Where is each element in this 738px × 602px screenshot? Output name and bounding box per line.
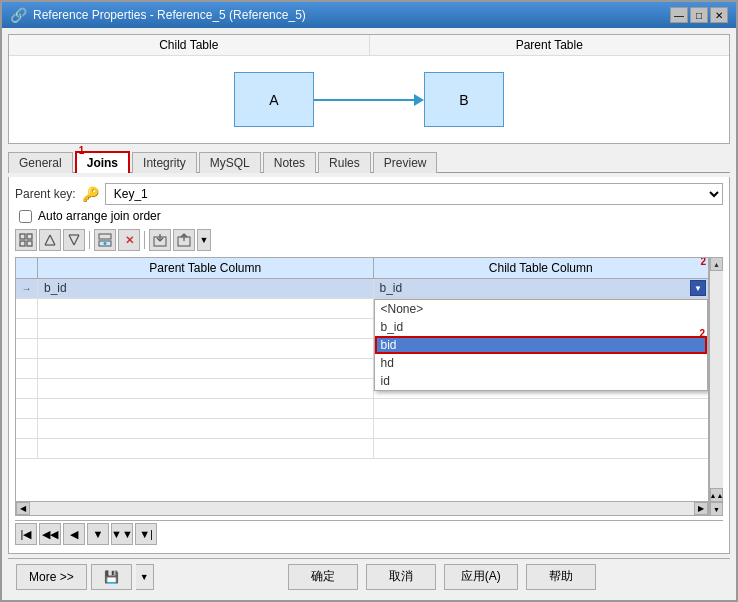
arrow-line <box>314 99 414 101</box>
toolbar-sep-1 <box>89 231 90 249</box>
parent-key-label: Parent key: <box>15 187 76 201</box>
footer: More >> 💾 ▼ 确定 取消 应用(A) 帮助 <box>8 558 730 594</box>
titlebar: 🔗 Reference Properties - Reference_5 (Re… <box>2 2 736 28</box>
row-arrow: → <box>16 279 38 298</box>
move-first-btn[interactable]: |◀ <box>15 523 37 545</box>
auto-arrange-checkbox[interactable] <box>19 210 32 223</box>
tab-general[interactable]: General <box>8 152 73 173</box>
save-icon: 💾 <box>104 570 119 584</box>
vscroll-down2-btn[interactable]: ▲▲ <box>710 488 723 502</box>
svg-rect-1 <box>27 234 32 239</box>
move-next-btn[interactable]: ▼ <box>87 523 109 545</box>
auto-arrange-label: Auto arrange join order <box>38 209 161 223</box>
move-prev-multi-btn[interactable]: ◀◀ <box>39 523 61 545</box>
th-child-col: Child Table Column 2 <box>374 258 709 278</box>
toolbar-dropdown-btn[interactable]: ▼ <box>197 229 211 251</box>
apply-button[interactable]: 应用(A) <box>444 564 518 590</box>
close-button[interactable]: ✕ <box>710 7 728 23</box>
child-dropdown-btn[interactable]: ▼ <box>690 280 706 296</box>
joins-table: Parent Table Column Child Table Column 2… <box>15 257 709 516</box>
empty-row-6 <box>16 399 708 419</box>
vertical-scrollbar[interactable]: ▲ ▲▲ ▼ <box>709 257 723 516</box>
auto-arrange-row: Auto arrange join order <box>15 209 723 223</box>
parent-key-select[interactable]: Key_1 <box>105 183 723 205</box>
vscroll-down-btn[interactable]: ▼ <box>710 502 723 516</box>
hscroll-left-btn[interactable]: ◀ <box>16 502 30 515</box>
svg-line-4 <box>45 235 50 245</box>
diagram-area: Child Table Parent Table A B <box>8 34 730 144</box>
dropdown-item-none[interactable]: <None> <box>375 300 708 318</box>
table-with-scrollbar: Parent Table Column Child Table Column 2… <box>15 257 723 516</box>
th-parent-col: Parent Table Column <box>38 258 374 278</box>
more-button[interactable]: More >> <box>16 564 87 590</box>
key-icon: 🔑 <box>82 186 99 202</box>
toolbar-export-btn[interactable] <box>149 229 171 251</box>
dropdown-item-bid[interactable]: bid 2 <box>375 336 708 354</box>
horizontal-scrollbar[interactable]: ◀ ▶ <box>16 501 708 515</box>
svg-line-5 <box>50 235 55 245</box>
parent-label: Parent Table <box>370 35 730 55</box>
parent-key-row: Parent key: 🔑 Key_1 <box>15 183 723 205</box>
svg-line-7 <box>69 235 74 245</box>
joins-tab-number: 1 <box>79 145 85 156</box>
titlebar-controls[interactable]: — □ ✕ <box>670 7 728 23</box>
tab-notes[interactable]: Notes <box>263 152 316 173</box>
main-content: Child Table Parent Table A B General 1 J… <box>2 28 736 600</box>
tab-mysql[interactable]: MySQL <box>199 152 261 173</box>
footer-center: 确定 取消 应用(A) 帮助 <box>162 564 722 590</box>
child-dropdown-overlay: <None> b_id bid 2 hd id <box>374 299 709 391</box>
hscroll-right-btn[interactable]: ▶ <box>694 502 708 515</box>
dropdown-highlight-border <box>375 336 708 354</box>
toolbar-delete-row-btn[interactable]: ✕ <box>118 229 140 251</box>
save-button[interactable]: 💾 <box>91 564 132 590</box>
dropdown-item-bid-original[interactable]: b_id <box>375 318 708 336</box>
table-panel-inner: Parent Table Column Child Table Column 2… <box>15 257 709 516</box>
svg-rect-10 <box>99 234 111 239</box>
save-dropdown-btn[interactable]: ▼ <box>136 564 154 590</box>
table-body: → b_id b_id ▼ <None> <box>16 279 708 501</box>
arrow-tip <box>414 94 424 106</box>
arrow <box>314 94 424 106</box>
dropdown-item-id[interactable]: id <box>375 372 708 390</box>
diagram-full: Child Table Parent Table A B <box>9 35 729 143</box>
dropdown-item-hd[interactable]: hd <box>375 354 708 372</box>
toolbar-sort-desc-btn[interactable] <box>63 229 85 251</box>
titlebar-left: 🔗 Reference Properties - Reference_5 (Re… <box>10 7 306 23</box>
toolbar-import-btn[interactable] <box>173 229 195 251</box>
toolbar-insert-row-btn[interactable] <box>94 229 116 251</box>
bottom-toolbar: |◀ ◀◀ ◀ ▼ ▼▼ ▼| <box>15 520 723 547</box>
dropdown-number: 2 <box>699 328 705 339</box>
parent-col-cell: b_id <box>38 279 374 298</box>
tab-rules[interactable]: Rules <box>318 152 371 173</box>
ok-button[interactable]: 确定 <box>288 564 358 590</box>
tab-joins[interactable]: 1 Joins <box>75 151 130 173</box>
table-header: Parent Table Column Child Table Column 2 <box>16 258 708 279</box>
cancel-button[interactable]: 取消 <box>366 564 436 590</box>
minimize-button[interactable]: — <box>670 7 688 23</box>
tab-preview[interactable]: Preview <box>373 152 438 173</box>
toolbar-sep-2 <box>144 231 145 249</box>
svg-rect-3 <box>27 241 32 246</box>
toolbar-sort-asc-btn[interactable] <box>39 229 61 251</box>
diagram-labels-row: Child Table Parent Table <box>9 35 729 56</box>
toolbar-grid-btn[interactable] <box>15 229 37 251</box>
diagram-boxes-row: A B <box>9 56 729 143</box>
child-col-number: 2 <box>700 257 706 267</box>
vscroll-up-btn[interactable]: ▲ <box>710 257 723 271</box>
empty-row-8 <box>16 439 708 459</box>
joins-panel: Parent key: 🔑 Key_1 Auto arrange join or… <box>8 177 730 554</box>
window-title: Reference Properties - Reference_5 (Refe… <box>33 8 306 22</box>
move-next-multi-btn[interactable]: ▼▼ <box>111 523 133 545</box>
maximize-button[interactable]: □ <box>690 7 708 23</box>
move-prev-btn[interactable]: ◀ <box>63 523 85 545</box>
svg-rect-2 <box>20 241 25 246</box>
table-row: → b_id b_id ▼ <None> <box>16 279 708 299</box>
main-window: 🔗 Reference Properties - Reference_5 (Re… <box>0 0 738 602</box>
tab-integrity[interactable]: Integrity <box>132 152 197 173</box>
svg-rect-0 <box>20 234 25 239</box>
move-last-btn[interactable]: ▼| <box>135 523 157 545</box>
th-arrow-col <box>16 258 38 278</box>
help-button[interactable]: 帮助 <box>526 564 596 590</box>
svg-line-8 <box>74 235 79 245</box>
parent-box: B <box>424 72 504 127</box>
